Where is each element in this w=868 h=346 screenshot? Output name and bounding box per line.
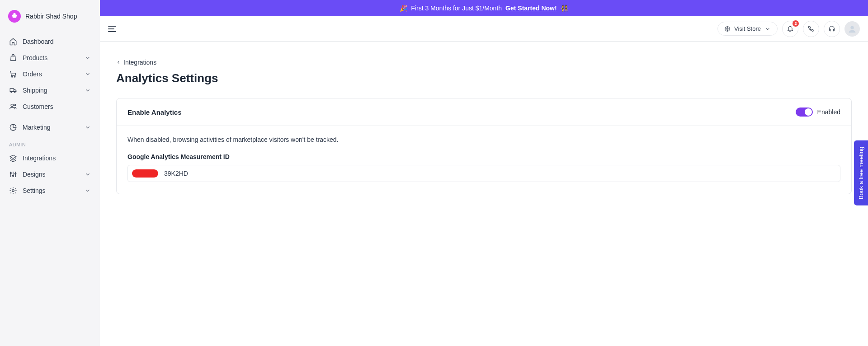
menu-toggle-button[interactable] <box>108 23 119 34</box>
promo-banner: 🎉 First 3 Months for Just $1/Month Get S… <box>100 0 868 16</box>
measurement-id-input[interactable] <box>127 165 840 182</box>
sliders-icon <box>9 170 17 178</box>
brand-name: Rabbir Shad Shop <box>25 13 77 20</box>
chevron-down-icon <box>85 171 91 178</box>
sidebar: Rabbir Shad Shop Dashboard Products Orde… <box>0 0 100 346</box>
sidebar-item-label: Integrations <box>23 154 56 162</box>
enable-analytics-label: Enable Analytics <box>127 108 182 116</box>
pie-icon <box>9 123 17 131</box>
support-button[interactable] <box>824 21 840 37</box>
chevron-down-icon <box>85 55 91 61</box>
svg-point-0 <box>12 76 13 77</box>
sidebar-item-label: Shipping <box>23 87 47 94</box>
topbar: Visit Store 2 <box>100 16 868 42</box>
svg-point-3 <box>14 92 15 93</box>
promo-cta-link[interactable]: Get Started Now! <box>505 5 557 12</box>
sidebar-item-label: Designs <box>23 171 46 178</box>
phone-icon <box>807 25 815 33</box>
users-icon <box>9 103 17 111</box>
sidebar-item-dashboard[interactable]: Dashboard <box>4 33 96 50</box>
phone-button[interactable] <box>803 21 819 37</box>
breadcrumb-label: Integrations <box>123 59 156 66</box>
sidebar-item-label: Products <box>23 54 47 61</box>
book-meeting-button[interactable]: Book a free meeting <box>854 140 868 206</box>
sidebar-item-marketing[interactable]: Marketing <box>4 119 96 136</box>
sidebar-item-label: Settings <box>23 187 46 194</box>
book-meeting-label: Book a free meeting <box>858 147 864 199</box>
svg-point-10 <box>12 190 14 192</box>
analytics-card: Enable Analytics Enabled When disabled, … <box>116 98 852 194</box>
sidebar-item-label: Marketing <box>23 124 50 131</box>
sidebar-item-orders[interactable]: Orders <box>4 66 96 82</box>
main-column: 🎉 First 3 Months for Just $1/Month Get S… <box>100 0 868 346</box>
sidebar-item-settings[interactable]: Settings <box>4 182 96 199</box>
measurement-id-label: Google Analytics Measurement ID <box>127 153 840 160</box>
party-emoji-icon: 🎉 <box>400 5 407 12</box>
measurement-id-input-wrap <box>127 165 840 182</box>
visit-store-label: Visit Store <box>734 25 761 32</box>
brand[interactable]: Rabbir Shad Shop <box>0 5 100 31</box>
bell-icon <box>787 25 794 33</box>
toggle-state-label: Enabled <box>817 108 840 116</box>
people-emoji-icon: 👯 <box>561 5 568 12</box>
brand-logo-icon <box>8 10 21 23</box>
chevron-down-icon <box>85 71 91 77</box>
breadcrumb-back[interactable]: Integrations <box>116 59 852 66</box>
enable-analytics-toggle[interactable] <box>796 108 813 117</box>
toggle-knob <box>805 108 812 116</box>
user-icon <box>847 24 857 34</box>
bag-icon <box>9 54 17 62</box>
sidebar-item-products[interactable]: Products <box>4 50 96 66</box>
card-header: Enable Analytics Enabled <box>117 98 851 126</box>
svg-point-5 <box>14 104 16 106</box>
svg-point-4 <box>11 104 13 106</box>
nav-primary: Dashboard Products Orders Shipping Custo… <box>0 31 100 201</box>
chevron-down-icon <box>764 26 771 32</box>
toggle-wrap: Enabled <box>796 108 840 117</box>
redaction-overlay <box>132 169 158 178</box>
analytics-description: When disabled, browsing activities of ma… <box>127 136 840 143</box>
truck-icon <box>9 86 17 94</box>
svg-point-12 <box>850 26 854 29</box>
layers-icon <box>9 154 17 162</box>
sidebar-item-designs[interactable]: Designs <box>4 166 96 182</box>
admin-section-label: ADMIN <box>4 136 96 150</box>
content-area: Integrations Analytics Settings Enable A… <box>100 42 868 211</box>
chevron-left-icon <box>116 60 121 65</box>
card-body: When disabled, browsing activities of ma… <box>117 126 851 194</box>
promo-text: First 3 Months for Just $1/Month <box>411 5 502 12</box>
headset-icon <box>828 25 835 33</box>
notifications-button[interactable]: 2 <box>782 21 798 37</box>
notification-badge: 2 <box>793 20 799 27</box>
sidebar-item-label: Orders <box>23 70 42 78</box>
visit-store-button[interactable]: Visit Store <box>717 22 778 36</box>
sidebar-item-customers[interactable]: Customers <box>4 98 96 115</box>
chevron-down-icon <box>85 124 91 131</box>
globe-icon <box>724 26 731 32</box>
sidebar-item-label: Customers <box>23 103 53 110</box>
chevron-down-icon <box>85 187 91 194</box>
chevron-down-icon <box>85 87 91 94</box>
sidebar-item-shipping[interactable]: Shipping <box>4 82 96 98</box>
svg-point-1 <box>14 76 15 77</box>
svg-point-2 <box>11 92 12 93</box>
home-icon <box>9 37 17 46</box>
cart-icon <box>9 70 17 78</box>
page-title: Analytics Settings <box>116 71 852 85</box>
sidebar-item-integrations[interactable]: Integrations <box>4 150 96 166</box>
avatar-button[interactable] <box>844 21 860 37</box>
gear-icon <box>9 187 17 195</box>
sidebar-item-label: Dashboard <box>23 38 54 45</box>
